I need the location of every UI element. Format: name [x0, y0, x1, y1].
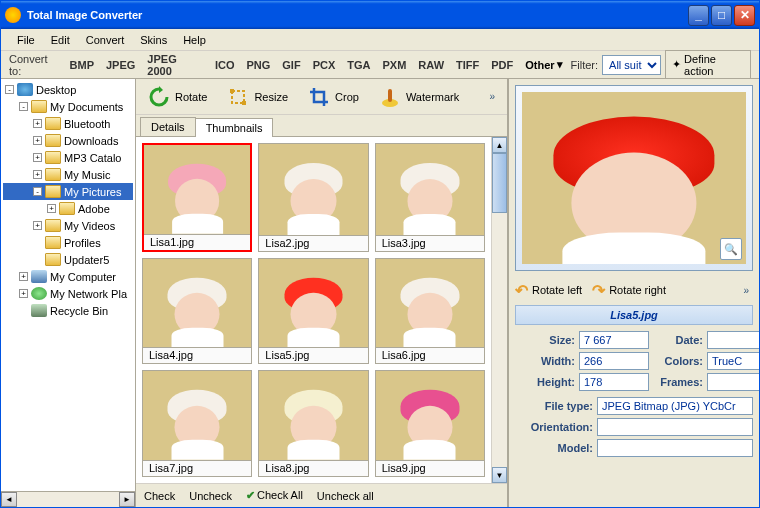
- expand-icon[interactable]: +: [19, 272, 28, 281]
- thumbnail[interactable]: Lisa5.jpg: [258, 258, 368, 365]
- expand-icon[interactable]: +: [33, 221, 42, 230]
- tree-item[interactable]: +My Videos: [3, 217, 133, 234]
- thumbnail[interactable]: Lisa7.jpg: [142, 370, 252, 477]
- rotate-expand-icon[interactable]: »: [743, 285, 749, 296]
- svg-rect-4: [388, 89, 392, 102]
- expand-icon[interactable]: +: [33, 136, 42, 145]
- tree-item[interactable]: +Adobe: [3, 200, 133, 217]
- prop-model-label: Model:: [515, 442, 593, 454]
- tree-item[interactable]: -Desktop: [3, 81, 133, 98]
- filter-select[interactable]: All suit: [602, 55, 661, 75]
- tree-item[interactable]: +MP3 Catalo: [3, 149, 133, 166]
- prop-height-value: 178: [579, 373, 649, 391]
- format-jpeg[interactable]: JPEG: [102, 57, 139, 73]
- format-pdf[interactable]: PDF: [487, 57, 517, 73]
- tree-item[interactable]: +Downloads: [3, 132, 133, 149]
- format-bmp[interactable]: BMP: [66, 57, 98, 73]
- thumbnail[interactable]: Lisa6.jpg: [375, 258, 485, 365]
- expand-icon[interactable]: +: [33, 153, 42, 162]
- chevron-down-icon: ▾: [557, 58, 563, 71]
- thumbnail-label: Lisa1.jpg: [144, 234, 250, 250]
- expand-icon[interactable]: +: [33, 170, 42, 179]
- checkall-button[interactable]: ✔Check All: [246, 489, 303, 502]
- format-pxm[interactable]: PXM: [379, 57, 411, 73]
- minimize-button[interactable]: _: [688, 5, 709, 26]
- thumbnail[interactable]: Lisa3.jpg: [375, 143, 485, 252]
- rotate-left-button[interactable]: ↶Rotate left: [515, 281, 582, 300]
- uncheck-button[interactable]: Uncheck: [189, 490, 232, 502]
- watermark-button[interactable]: Watermark: [375, 84, 463, 110]
- scrollbar-thumb[interactable]: [492, 153, 507, 213]
- tree-item[interactable]: -My Documents: [3, 98, 133, 115]
- tree-item[interactable]: +My Network Pla: [3, 285, 133, 302]
- format-png[interactable]: PNG: [242, 57, 274, 73]
- define-action-button[interactable]: ✦Define action: [665, 50, 751, 80]
- menubar: File Edit Convert Skins Help: [1, 29, 759, 51]
- properties-wide: File type: JPEG Bitmap (JPG) YCbCr Orien…: [515, 397, 753, 457]
- menu-convert[interactable]: Convert: [78, 32, 133, 48]
- menu-edit[interactable]: Edit: [43, 32, 78, 48]
- maximize-button[interactable]: □: [711, 5, 732, 26]
- tree-item-label: MP3 Catalo: [64, 152, 121, 164]
- scroll-down-icon[interactable]: ▼: [492, 467, 507, 483]
- tree-item[interactable]: +My Music: [3, 166, 133, 183]
- check-button[interactable]: Check: [144, 490, 175, 502]
- toolbar-expand-icon[interactable]: »: [489, 91, 495, 102]
- tree-item-label: Adobe: [78, 203, 110, 215]
- tab-details[interactable]: Details: [140, 117, 196, 136]
- thumbnails-vscrollbar[interactable]: ▲ ▼: [491, 137, 507, 483]
- format-toolbar: Convert to: BMP JPEG JPEG 2000 ICO PNG G…: [1, 51, 759, 79]
- thumbnail-image: [259, 371, 367, 460]
- menu-skins[interactable]: Skins: [132, 32, 175, 48]
- close-button[interactable]: ✕: [734, 5, 755, 26]
- tree-item[interactable]: Updater5: [3, 251, 133, 268]
- preview-box: 🔍: [515, 85, 753, 271]
- scroll-left-icon[interactable]: ◄: [1, 492, 17, 507]
- resize-button[interactable]: Resize: [223, 84, 292, 110]
- thumbnail[interactable]: Lisa2.jpg: [258, 143, 368, 252]
- format-raw[interactable]: RAW: [414, 57, 448, 73]
- tree-item[interactable]: Recycle Bin: [3, 302, 133, 319]
- menu-file[interactable]: File: [9, 32, 43, 48]
- format-gif[interactable]: GIF: [278, 57, 304, 73]
- format-jpeg2000[interactable]: JPEG 2000: [143, 51, 207, 79]
- format-ico[interactable]: ICO: [211, 57, 239, 73]
- collapse-icon[interactable]: -: [5, 85, 14, 94]
- scroll-up-icon[interactable]: ▲: [492, 137, 507, 153]
- tree-item[interactable]: -My Pictures: [3, 183, 133, 200]
- thumbnail[interactable]: Lisa4.jpg: [142, 258, 252, 365]
- scroll-right-icon[interactable]: ►: [119, 492, 135, 507]
- tree-hscrollbar[interactable]: ◄ ►: [1, 491, 135, 507]
- thumbnail-image: [259, 259, 367, 348]
- expand-icon[interactable]: +: [47, 204, 56, 213]
- collapse-icon[interactable]: -: [19, 102, 28, 111]
- view-tabs: Details Thumbnails: [136, 115, 507, 137]
- thumbnail[interactable]: Lisa9.jpg: [375, 370, 485, 477]
- menu-help[interactable]: Help: [175, 32, 214, 48]
- tree-item[interactable]: Profiles: [3, 234, 133, 251]
- expand-icon[interactable]: +: [33, 119, 42, 128]
- titlebar[interactable]: Total Image Converter _ □ ✕: [1, 1, 759, 29]
- format-tiff[interactable]: TIFF: [452, 57, 483, 73]
- crop-button[interactable]: Crop: [304, 84, 363, 110]
- format-other[interactable]: Other▾: [521, 56, 566, 73]
- tree-item[interactable]: +My Computer: [3, 268, 133, 285]
- tree-item-label: My Documents: [50, 101, 123, 113]
- folder-icon: [45, 151, 61, 164]
- tree-item-label: Updater5: [64, 254, 109, 266]
- tab-thumbnails[interactable]: Thumbnails: [195, 118, 274, 137]
- folder-tree[interactable]: -Desktop-My Documents+Bluetooth+Download…: [1, 79, 135, 491]
- thumbnail[interactable]: Lisa8.jpg: [258, 370, 368, 477]
- rotate-button[interactable]: Rotate: [144, 84, 211, 110]
- collapse-icon[interactable]: -: [33, 187, 42, 196]
- expand-icon[interactable]: +: [19, 289, 28, 298]
- format-tga[interactable]: TGA: [343, 57, 374, 73]
- thumbnail[interactable]: Lisa1.jpg: [142, 143, 252, 252]
- thumbnail-image: [376, 259, 484, 348]
- rotate-right-button[interactable]: ↷Rotate right: [592, 281, 666, 300]
- zoom-button[interactable]: 🔍: [720, 238, 742, 260]
- uncheckall-button[interactable]: Uncheck all: [317, 490, 374, 502]
- format-pcx[interactable]: PCX: [309, 57, 340, 73]
- tree-item[interactable]: +Bluetooth: [3, 115, 133, 132]
- comp-icon: [31, 270, 47, 283]
